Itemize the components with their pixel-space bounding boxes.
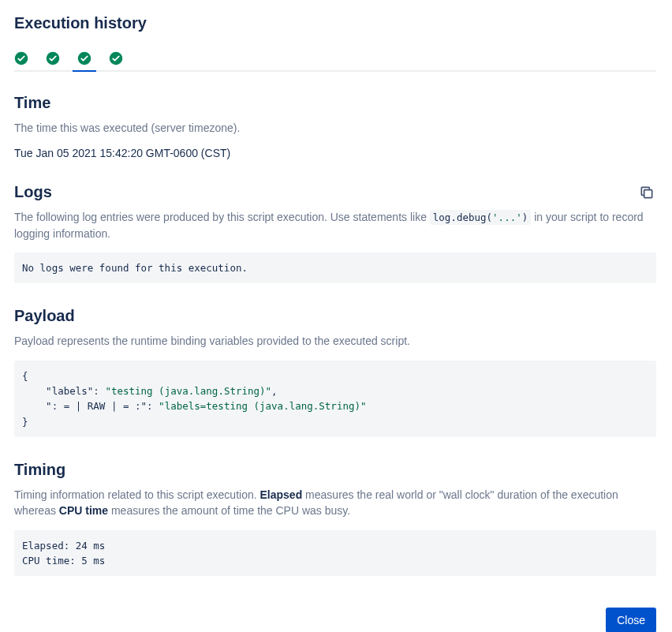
check-circle-icon: [109, 51, 123, 65]
logs-helper: The following log entries were produced …: [14, 209, 656, 241]
logs-heading: Logs: [14, 183, 52, 201]
page-title: Execution history: [14, 14, 656, 32]
payload-section: Payload Payload represents the runtime b…: [14, 307, 656, 437]
execution-tabs: [14, 51, 656, 72]
svg-rect-4: [644, 190, 652, 198]
time-value: Tue Jan 05 2021 15:42:20 GMT-0600 (CST): [14, 147, 656, 159]
execution-tab-4[interactable]: [109, 51, 123, 70]
payload-helper: Payload represents the runtime binding v…: [14, 333, 656, 349]
check-circle-icon: [46, 51, 60, 65]
copy-icon: [639, 185, 655, 200]
timing-output: Elapsed: 24 ms CPU time: 5 ms: [14, 530, 656, 577]
copy-logs-button[interactable]: [637, 183, 656, 204]
timing-heading: Timing: [14, 461, 656, 479]
close-button[interactable]: Close: [606, 608, 656, 632]
execution-tab-1[interactable]: [14, 51, 28, 70]
time-helper: The time this was executed (server timez…: [14, 120, 656, 136]
timing-section: Timing Timing information related to thi…: [14, 461, 656, 576]
execution-tab-2[interactable]: [46, 51, 60, 70]
footer: Close: [14, 608, 656, 632]
execution-tab-3[interactable]: [77, 51, 91, 70]
payload-output: { "labels": "testing (java.lang.String)"…: [14, 361, 656, 438]
check-circle-icon: [14, 51, 28, 65]
check-circle-icon: [77, 51, 91, 65]
logs-section: Logs The following log entries were prod…: [14, 183, 656, 283]
timing-helper: Timing information related to this scrip…: [14, 487, 656, 519]
time-section: Time The time this was executed (server …: [14, 94, 656, 159]
logs-output: No logs were found for this execution.: [14, 252, 656, 283]
time-heading: Time: [14, 94, 656, 112]
payload-heading: Payload: [14, 307, 656, 325]
